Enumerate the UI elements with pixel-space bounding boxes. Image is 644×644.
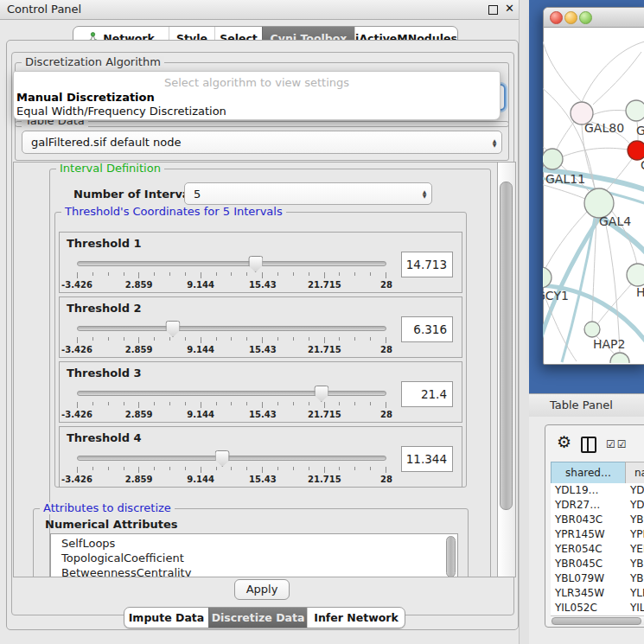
minimize-traffic-light-icon[interactable] <box>564 11 577 24</box>
node-right-mid[interactable] <box>627 264 644 286</box>
node-label: C <box>641 158 644 172</box>
table-data-combobox[interactable]: galFiltered.sif default node ▲▼ <box>22 131 502 154</box>
threshold-value-field[interactable]: 6.316 <box>401 316 453 342</box>
slider-thumb[interactable] <box>165 321 180 337</box>
threshold-1-panel: Threshold 1 -3.426 2.859 9.144 15.43 21.… <box>59 232 462 293</box>
discretization-algorithm-group-title: Discretization Algorithm <box>22 56 164 68</box>
tick-label: 2.859 <box>125 410 153 419</box>
node-label: GAL11 <box>545 172 585 186</box>
threshold-slider[interactable]: -3.426 2.859 9.144 15.43 21.715 28 <box>77 320 386 354</box>
tick-label: 21.715 <box>308 345 341 354</box>
dropdown-item-manual[interactable]: Manual Discretization <box>16 91 155 104</box>
numerical-attributes-list[interactable]: SelfLoops TopologicalCoefficient Between… <box>50 533 458 577</box>
table-row[interactable]: YER054CYER0 <box>551 542 644 557</box>
threshold-value-field[interactable]: 21.4 <box>401 381 453 407</box>
threshold-slider[interactable]: -3.426 2.859 9.144 15.43 21.715 28 <box>77 450 386 484</box>
tick-label: 15.43 <box>249 345 277 354</box>
table-row[interactable]: YDR27…YDR2 <box>551 498 644 513</box>
network-window-titlebar[interactable] <box>544 8 644 28</box>
node-label: H <box>636 285 644 299</box>
tick-label: 28 <box>380 345 392 354</box>
tick-label: 21.715 <box>308 475 341 484</box>
column-header-name[interactable]: na <box>625 462 644 484</box>
attributes-group-title: Attributes to discretize <box>40 502 175 514</box>
slider-track[interactable] <box>77 456 386 461</box>
node-label: GAL80 <box>584 121 624 135</box>
threshold-2-panel: Threshold 2 -3.426 2.859 9.144 15.43 21.… <box>59 296 462 358</box>
node-label: G <box>636 124 644 137</box>
node-label: GAL4 <box>599 214 631 228</box>
list-item[interactable]: SelfLoops <box>61 537 115 550</box>
threshold-label: Threshold 2 <box>67 302 142 315</box>
node-label: GCY1 <box>543 289 569 303</box>
list-scrollbar-thumb[interactable] <box>446 536 456 577</box>
slider-thumb[interactable] <box>215 450 230 467</box>
node-gal4[interactable] <box>584 188 614 218</box>
threshold-slider[interactable]: -3.426 2.859 9.144 15.43 21.715 28 <box>77 255 386 290</box>
network-canvas[interactable]: GAL80 GAL11 GAL4 GCY1 HAP2 G C H <box>543 26 644 363</box>
float-window-icon[interactable] <box>488 5 498 15</box>
threshold-value-field[interactable]: 11.344 <box>401 446 453 472</box>
table-row[interactable]: YBR045CYBR0 <box>551 557 644 571</box>
tick-label: 15.43 <box>249 280 277 290</box>
slider-ticks <box>77 402 386 409</box>
tick-label: -3.426 <box>61 280 92 290</box>
apply-button[interactable]: Apply <box>234 579 290 600</box>
tick-label: 9.144 <box>187 280 214 290</box>
node-gal11[interactable] <box>543 149 563 169</box>
dropdown-item-equal-width[interactable]: Equal Width/Frequency Discretization <box>16 105 226 118</box>
tick-label: 9.144 <box>187 345 214 354</box>
slider-track[interactable] <box>77 261 386 266</box>
table-row[interactable]: YIL052CYIL0 <box>551 601 644 615</box>
close-traffic-light-icon[interactable] <box>550 11 563 24</box>
combo-stepper-icon: ▲▼ <box>418 189 431 198</box>
threshold-slider[interactable]: -3.426 2.859 9.144 15.43 21.715 28 <box>77 385 386 419</box>
columns-icon[interactable] <box>581 437 596 453</box>
node-right-top[interactable] <box>626 100 644 121</box>
control-panel-titlebar: Control Panel ✕ <box>0 0 529 20</box>
list-item[interactable]: TopologicalCoefficient <box>61 552 184 564</box>
screen: Control Panel ✕ Network Style Select Cyn… <box>0 0 644 644</box>
tick-label: 28 <box>380 410 392 419</box>
table-row[interactable]: YLR345WYLR3 <box>551 586 644 601</box>
tick-label: -3.426 <box>61 475 92 484</box>
tick-label: -3.426 <box>61 345 92 354</box>
node-hap2[interactable] <box>584 322 600 337</box>
tick-label: 21.715 <box>308 410 341 419</box>
column-header-shared-name[interactable]: shared… <box>551 462 626 484</box>
table-panel-titlebar: Table Panel <box>529 393 644 418</box>
tick-label: 21.715 <box>308 280 341 290</box>
numerical-attributes-label: Numerical Attributes <box>45 518 178 531</box>
tab-discretize-data[interactable]: Discretize Data <box>208 608 307 628</box>
select-columns-icon[interactable]: ☑☑ <box>606 438 628 450</box>
table-hscrollbar-track[interactable] <box>551 615 644 625</box>
close-icon[interactable]: ✕ <box>505 2 514 15</box>
table-row[interactable]: YDL19…YDL1 <box>551 483 644 498</box>
dropdown-prompt: Select algorithm to view settings <box>14 76 500 89</box>
table-hscrollbar-thumb[interactable] <box>552 617 641 625</box>
slider-thumb[interactable] <box>314 386 328 402</box>
node-bottom[interactable] <box>610 353 629 363</box>
threshold-4-panel: Threshold 4 -3.426 2.859 9.144 15.43 21.… <box>59 426 462 488</box>
slider-track[interactable] <box>77 326 386 331</box>
zoom-traffic-light-icon[interactable] <box>579 11 592 24</box>
threshold-label: Threshold 1 <box>67 237 142 250</box>
table-panel-title: Table Panel <box>550 399 613 411</box>
table-data-value: galFiltered.sif default node <box>22 136 488 149</box>
list-item[interactable]: BetweennessCentrality <box>61 566 191 577</box>
node-selected-red[interactable] <box>628 141 644 160</box>
settings-scrollbar-thumb[interactable] <box>500 182 513 510</box>
table-row[interactable]: YBL079WYBL0 <box>551 571 644 586</box>
number-of-intervals-combobox[interactable]: 5 ▲▼ <box>184 182 432 205</box>
table-row[interactable]: YPR145WYPR1 <box>551 527 644 542</box>
table-row[interactable]: YBR043CYBR0 <box>551 513 644 527</box>
slider-track[interactable] <box>77 391 386 396</box>
threshold-3-panel: Threshold 3 -3.426 2.859 9.144 15.43 21.… <box>59 361 462 423</box>
combo-stepper-icon: ▲▼ <box>488 138 501 147</box>
gear-icon[interactable]: ⚙ <box>557 432 571 451</box>
tab-infer-network[interactable]: Infer Network <box>307 608 405 628</box>
threshold-value-field[interactable]: 14.713 <box>401 252 453 277</box>
tab-impute-data[interactable]: Impute Data <box>124 608 208 628</box>
slider-thumb[interactable] <box>248 256 263 272</box>
node-table-widget: ⚙ ☑☑ shared… na YDL19…YDL1 YDR27…YDR2 YB… <box>545 424 644 628</box>
